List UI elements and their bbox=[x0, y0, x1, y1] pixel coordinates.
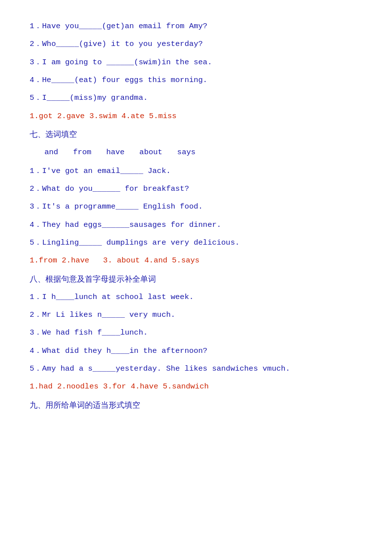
line-8-5: 5．Amy had a s_____yesterday. She likes s… bbox=[30, 362, 362, 375]
line-8-3: 3．We had fish f____lunch. bbox=[30, 326, 362, 339]
section-nine-title: 九、用所给单词的适当形式填空 bbox=[30, 398, 362, 413]
word-and: and bbox=[44, 146, 58, 160]
line-6-2: 2．Who_____(give) it to you yesterday? bbox=[30, 38, 362, 50]
section-eight-title: 八、根据句意及首字母提示补全单词 bbox=[30, 272, 362, 287]
line-7-5: 5．Lingling_____ dumplings are very delic… bbox=[30, 236, 362, 249]
word-from: from bbox=[73, 146, 91, 160]
word-bank-seven: and from have about says bbox=[30, 146, 362, 160]
line-7-1: 1．I've got an email_____ Jack. bbox=[30, 165, 362, 177]
section-six: 1．Have you_____(get)an email from Amy? 2… bbox=[30, 20, 362, 123]
word-about: about bbox=[139, 146, 162, 160]
word-says: says bbox=[177, 146, 196, 160]
line-8-1: 1．I h____lunch at school last week. bbox=[30, 291, 362, 303]
section-eight: 八、根据句意及首字母提示补全单词 1．I h____lunch at schoo… bbox=[30, 272, 362, 393]
line-7-4: 4．They had eggs______sausages for dinner… bbox=[30, 218, 362, 231]
section-nine: 九、用所给单词的适当形式填空 bbox=[30, 398, 362, 413]
section-seven-title: 七、选词填空 bbox=[30, 128, 362, 142]
line-8-2: 2．Mr Li likes n_____ very much. bbox=[30, 308, 362, 321]
section-seven: 七、选词填空 and from have about says 1．I've g… bbox=[30, 128, 362, 267]
line-6-4: 4．He_____(eat) four eggs this morning. bbox=[30, 74, 362, 86]
word-have: have bbox=[106, 146, 124, 160]
line-6-1: 1．Have you_____(get)an email from Amy? bbox=[30, 20, 362, 33]
answer-eight: 1.had 2.noodles 3.for 4.have 5.sandwich bbox=[30, 380, 362, 393]
line-6-3: 3．I am going to ______(swim)in the sea. bbox=[30, 56, 362, 69]
line-7-2: 2．What do you______ for breakfast? bbox=[30, 182, 362, 195]
line-6-5: 5．I_____(miss)my grandma. bbox=[30, 91, 362, 104]
line-8-4: 4．What did they h____in the afternoon? bbox=[30, 344, 362, 357]
answer-six: 1.got 2.gave 3.swim 4.ate 5.miss bbox=[30, 110, 362, 123]
answer-seven: 1.from 2.have 3. about 4.and 5.says bbox=[30, 254, 362, 267]
line-7-3: 3．It's a programme_____ English food. bbox=[30, 200, 362, 213]
